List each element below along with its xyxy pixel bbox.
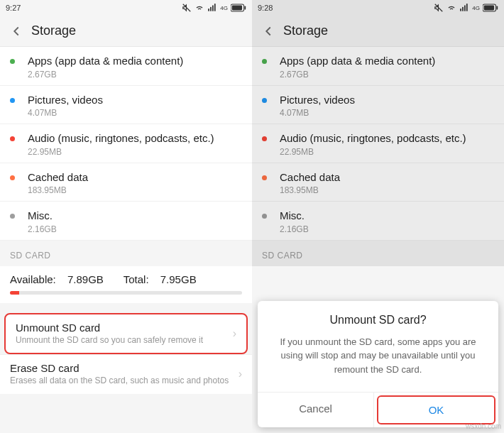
list-item[interactable]: Cached data183.95MB bbox=[0, 163, 252, 202]
storage-list: Apps (app data & media content)2.67GB Pi… bbox=[252, 47, 504, 241]
dialog-title: Unmount SD card? bbox=[258, 301, 498, 331]
item-size: 2.67GB bbox=[280, 70, 494, 80]
sd-total-value: 7.95GB bbox=[160, 273, 197, 285]
svg-rect-7 bbox=[460, 9, 461, 11]
list-item: Cached data183.95MB bbox=[252, 163, 504, 202]
dot-icon bbox=[10, 175, 15, 180]
mute-icon bbox=[434, 3, 444, 13]
dot-icon bbox=[10, 98, 15, 103]
dialog-actions: Cancel OK bbox=[258, 392, 498, 427]
item-size: 183.95MB bbox=[28, 185, 242, 195]
svg-rect-6 bbox=[244, 6, 246, 9]
sd-total-label: Total: bbox=[124, 273, 149, 285]
page-title: Storage bbox=[283, 23, 328, 38]
mute-icon bbox=[182, 3, 192, 13]
wifi-icon bbox=[195, 3, 204, 13]
screenshot-left: 9:27 4G Storage Apps (app data & media c… bbox=[0, 0, 252, 433]
svg-rect-12 bbox=[484, 6, 494, 11]
signal-icon bbox=[459, 3, 469, 13]
option-sub: Erases all data on the SD card, such as … bbox=[10, 376, 239, 387]
item-title: Cached data bbox=[280, 170, 494, 185]
item-size: 22.95MB bbox=[280, 147, 494, 157]
status-icons: 4G bbox=[182, 3, 246, 13]
item-title: Audio (music, ringtones, podcasts, etc.) bbox=[280, 131, 494, 146]
status-time: 9:27 bbox=[6, 4, 21, 12]
chevron-right-icon: › bbox=[239, 368, 242, 380]
item-size: 2.67GB bbox=[28, 70, 242, 80]
chevron-right-icon: › bbox=[233, 327, 236, 340]
item-size: 183.95MB bbox=[280, 185, 494, 195]
list-item: Apps (app data & media content)2.67GB bbox=[252, 47, 504, 86]
item-size: 2.16GB bbox=[28, 224, 242, 234]
item-title: Audio (music, ringtones, podcasts, etc.) bbox=[28, 131, 242, 146]
svg-rect-2 bbox=[212, 6, 214, 11]
item-title: Misc. bbox=[28, 209, 242, 223]
list-item: Pictures, videos4.07MB bbox=[252, 86, 504, 125]
ok-button[interactable]: OK bbox=[377, 395, 495, 424]
dot-icon bbox=[262, 59, 267, 64]
network-badge: 4G bbox=[472, 5, 480, 11]
list-item: Audio (music, ringtones, podcasts, etc.)… bbox=[252, 124, 504, 163]
status-bar: 9:27 4G bbox=[0, 0, 252, 16]
page-title: Storage bbox=[31, 23, 76, 38]
wifi-icon bbox=[447, 3, 456, 13]
signal-icon bbox=[207, 3, 217, 13]
dialog-body: If you unmount the SD card, some apps yo… bbox=[258, 331, 498, 393]
option-title: Erase SD card bbox=[10, 362, 239, 374]
list-item[interactable]: Apps (app data & media content)2.67GB bbox=[0, 47, 252, 86]
storage-list: Apps (app data & media content)2.67GB Pi… bbox=[0, 47, 252, 241]
network-badge: 4G bbox=[220, 5, 228, 11]
back-icon[interactable] bbox=[261, 23, 276, 39]
list-item: Misc.2.16GB bbox=[252, 202, 504, 241]
dot-icon bbox=[262, 175, 267, 180]
svg-rect-11 bbox=[483, 4, 496, 11]
dot-icon bbox=[262, 136, 267, 141]
section-header-sd: SD CARD bbox=[0, 241, 252, 266]
dot-icon bbox=[262, 98, 267, 103]
erase-sd-option[interactable]: Erase SD card Erases all data on the SD … bbox=[0, 354, 252, 394]
item-title: Pictures, videos bbox=[28, 93, 242, 107]
list-item[interactable]: Pictures, videos4.07MB bbox=[0, 86, 252, 125]
svg-rect-13 bbox=[496, 6, 498, 9]
svg-rect-8 bbox=[462, 7, 464, 11]
sd-available-value: 7.89GB bbox=[67, 273, 104, 285]
header: Storage bbox=[252, 16, 504, 47]
svg-rect-0 bbox=[208, 9, 209, 11]
item-title: Apps (app data & media content) bbox=[28, 54, 242, 68]
item-size: 4.07MB bbox=[28, 108, 242, 118]
watermark: wsxdn.com bbox=[466, 422, 501, 430]
svg-rect-1 bbox=[210, 7, 212, 11]
header: Storage bbox=[0, 16, 252, 47]
svg-rect-3 bbox=[214, 4, 216, 11]
dot-icon bbox=[10, 136, 15, 141]
dot-icon bbox=[262, 214, 267, 219]
unmount-sd-option[interactable]: Unmount SD card Unmount the SD card so y… bbox=[4, 313, 248, 355]
item-title: Misc. bbox=[280, 209, 494, 223]
unmount-dialog: Unmount SD card? If you unmount the SD c… bbox=[258, 301, 498, 428]
item-size: 2.16GB bbox=[280, 224, 494, 234]
sd-usage-bar bbox=[10, 291, 242, 295]
sd-available-label: Available: bbox=[10, 273, 56, 285]
item-size: 4.07MB bbox=[280, 108, 494, 118]
svg-rect-5 bbox=[232, 6, 242, 11]
item-title: Pictures, videos bbox=[280, 93, 494, 107]
list-item[interactable]: Audio (music, ringtones, podcasts, etc.)… bbox=[0, 124, 252, 163]
option-sub: Unmount the SD card so you can safely re… bbox=[16, 335, 233, 346]
dot-icon bbox=[10, 214, 15, 219]
screenshot-right: 9:28 4G Storage Apps (app data & media c… bbox=[252, 0, 504, 433]
svg-rect-10 bbox=[466, 4, 468, 11]
battery-icon bbox=[231, 4, 246, 12]
option-title: Unmount SD card bbox=[16, 322, 233, 334]
cancel-button[interactable]: Cancel bbox=[258, 393, 374, 427]
status-icons: 4G bbox=[434, 3, 498, 13]
status-time: 9:28 bbox=[258, 4, 273, 12]
section-header-sd: SD CARD bbox=[252, 241, 504, 266]
status-bar: 9:28 4G bbox=[252, 0, 504, 16]
list-item[interactable]: Misc.2.16GB bbox=[0, 202, 252, 241]
item-size: 22.95MB bbox=[28, 147, 242, 157]
dot-icon bbox=[10, 59, 15, 64]
battery-icon bbox=[483, 4, 498, 12]
svg-rect-9 bbox=[464, 6, 466, 11]
item-title: Apps (app data & media content) bbox=[280, 54, 494, 68]
back-icon[interactable] bbox=[9, 23, 24, 39]
